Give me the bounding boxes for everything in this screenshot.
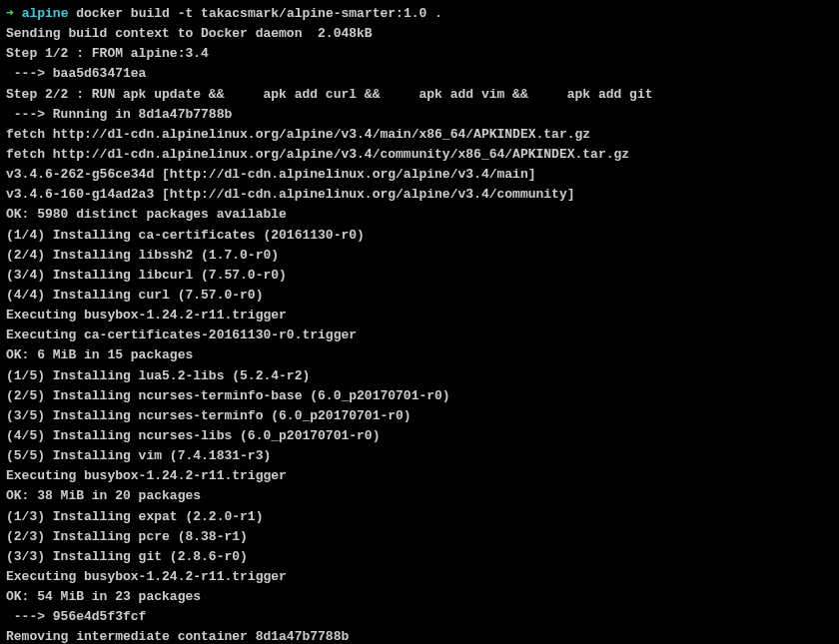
output-line: (1/4) Installing ca-certificates (201611… bbox=[6, 226, 833, 246]
output-line: (3/4) Installing libcurl (7.57.0-r0) bbox=[6, 266, 833, 286]
output-line: v3.4.6-262-g56ce34d [http://dl-cdn.alpin… bbox=[6, 165, 833, 185]
output-line: (4/5) Installing ncurses-libs (6.0_p2017… bbox=[6, 426, 833, 446]
output-line: Removing intermediate container 8d1a47b7… bbox=[6, 627, 833, 644]
output-line: (2/4) Installing libssh2 (1.7.0-r0) bbox=[6, 246, 833, 266]
output-line: (1/3) Installing expat (2.2.0-r1) bbox=[6, 507, 833, 527]
output-line: (3/3) Installing git (2.8.6-r0) bbox=[6, 547, 833, 567]
output-line: (5/5) Installing vim (7.4.1831-r3) bbox=[6, 446, 833, 466]
prompt-line[interactable]: ➜ alpine docker build -t takacsmark/alpi… bbox=[6, 4, 833, 24]
output-line: (4/4) Installing curl (7.57.0-r0) bbox=[6, 286, 833, 306]
output-line: Executing busybox-1.24.2-r11.trigger bbox=[6, 306, 833, 325]
output-line: ---> Running in 8d1a47b7788b bbox=[6, 105, 833, 125]
output-line: ---> baa5d63471ea bbox=[6, 64, 833, 84]
output-line: (3/5) Installing ncurses-terminfo (6.0_p… bbox=[6, 406, 833, 426]
output-line: OK: 38 MiB in 20 packages bbox=[6, 486, 833, 506]
output-line: fetch http://dl-cdn.alpinelinux.org/alpi… bbox=[6, 145, 833, 165]
output-line: ---> 956e4d5f3fcf bbox=[6, 607, 833, 627]
output-line: fetch http://dl-cdn.alpinelinux.org/alpi… bbox=[6, 125, 833, 145]
prompt-arrow-icon: ➜ bbox=[6, 6, 22, 21]
output-line: Step 2/2 : RUN apk update && apk add cur… bbox=[6, 85, 833, 105]
output-line: Executing busybox-1.24.2-r11.trigger bbox=[6, 466, 833, 486]
output-line: (2/3) Installing pcre (8.38-r1) bbox=[6, 527, 833, 547]
output-line: OK: 5980 distinct packages available bbox=[6, 205, 833, 225]
output-line: (1/5) Installing lua5.2-libs (5.2.4-r2) bbox=[6, 366, 833, 386]
output-line: OK: 6 MiB in 15 packages bbox=[6, 345, 833, 365]
prompt-directory: alpine bbox=[22, 6, 69, 21]
output-line: (2/5) Installing ncurses-terminfo-base (… bbox=[6, 386, 833, 406]
command-input[interactable]: docker build -t takacsmark/alpine-smarte… bbox=[68, 6, 441, 21]
output-line: v3.4.6-160-g14ad2a3 [http://dl-cdn.alpin… bbox=[6, 185, 833, 205]
output-line: Step 1/2 : FROM alpine:3.4 bbox=[6, 44, 833, 64]
terminal-output: Sending build context to Docker daemon 2… bbox=[6, 24, 833, 644]
output-line: Sending build context to Docker daemon 2… bbox=[6, 24, 833, 44]
output-line: Executing ca-certificates-20161130-r0.tr… bbox=[6, 325, 833, 345]
output-line: Executing busybox-1.24.2-r11.trigger bbox=[6, 567, 833, 587]
output-line: OK: 54 MiB in 23 packages bbox=[6, 587, 833, 607]
